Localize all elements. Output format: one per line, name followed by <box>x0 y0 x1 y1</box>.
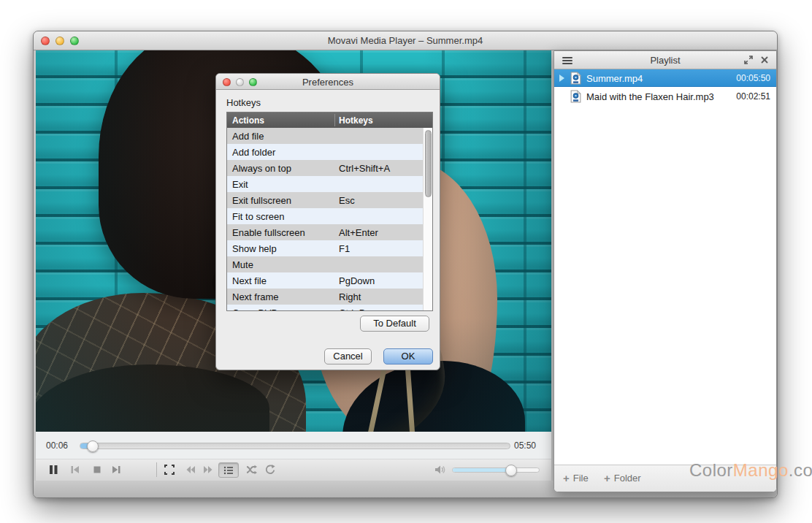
now-playing-icon <box>559 75 564 82</box>
rewind-button[interactable] <box>184 463 197 476</box>
add-folder-label: Folder <box>614 473 641 484</box>
playlist-item-duration: 00:05:50 <box>736 73 770 83</box>
table-scrollbar[interactable] <box>423 128 432 310</box>
total-duration: 05:50 <box>514 440 536 451</box>
hotkeys-table-body: Add file Add folder Always on topCtrl+Sh… <box>227 128 423 310</box>
hotkeys-section-label: Hotkeys <box>226 97 261 108</box>
preferences-dialog: Preferences Hotkeys Actions Hotkeys Add … <box>215 73 440 370</box>
volume-slider[interactable] <box>452 467 540 473</box>
table-row[interactable]: Next filePgDown <box>227 272 423 289</box>
rewind-icon <box>185 464 196 476</box>
table-row[interactable]: Open DVDCtrl+D <box>227 305 423 310</box>
watermark-part: Mango <box>733 460 789 480</box>
playlist-icon <box>223 465 234 476</box>
previous-file-button[interactable] <box>69 463 82 476</box>
watermark-part: .com <box>789 460 812 480</box>
fit-to-screen-button[interactable] <box>163 463 176 476</box>
playlist-item[interactable]: Maid with the Flaxen Hair.mp3 00:02:51 <box>554 88 776 105</box>
table-row[interactable]: Add folder <box>227 144 423 160</box>
seek-thumb[interactable] <box>87 440 99 452</box>
desktop: Movavi Media Player – Summer.mp4 00:06 <box>0 0 812 523</box>
playlist-panel: Playlist Summer.mp4 00:05 <box>554 50 777 492</box>
playlist-item-duration: 00:02:51 <box>736 91 770 102</box>
hotkeys-table-header[interactable]: Actions Hotkeys <box>227 112 432 128</box>
shuffle-button[interactable] <box>245 463 258 476</box>
column-divider <box>334 114 335 126</box>
previous-icon <box>69 464 81 476</box>
add-file-label: File <box>573 473 589 484</box>
fit-to-screen-icon <box>164 464 175 476</box>
volume-thumb[interactable] <box>505 465 517 476</box>
next-icon <box>110 464 122 476</box>
repeat-button[interactable] <box>263 463 276 476</box>
next-file-button[interactable] <box>110 463 123 476</box>
table-row[interactable]: Exit fullscreenEsc <box>227 192 423 208</box>
pause-icon <box>47 464 59 476</box>
titlebar[interactable]: Movavi Media Player – Summer.mp4 <box>34 31 777 50</box>
add-folder-button[interactable]: + Folder <box>604 473 641 484</box>
seek-row: 00:06 05:50 <box>36 432 551 459</box>
media-file-icon <box>570 90 581 103</box>
table-row[interactable]: Add file <box>227 128 423 144</box>
table-row[interactable]: Mute <box>227 256 423 272</box>
table-row[interactable]: Enable fullscreenAlt+Enter <box>227 224 423 240</box>
media-file-icon <box>570 72 581 85</box>
table-row[interactable]: Always on topCtrl+Shift+A <box>227 160 423 176</box>
elapsed-time: 00:06 <box>46 440 68 451</box>
plus-icon: + <box>563 473 570 483</box>
transport-bar <box>36 459 551 481</box>
colormango-watermark: ColorMango.com <box>689 460 812 481</box>
detach-icon <box>743 56 754 68</box>
volume-fill <box>453 468 510 472</box>
playlist-item[interactable]: Summer.mp4 00:05:50 <box>554 69 776 87</box>
repeat-icon <box>264 464 276 476</box>
shuffle-icon <box>245 464 258 476</box>
playlist-item-title: Maid with the Flaxen Hair.mp3 <box>586 91 725 102</box>
cancel-button[interactable]: Cancel <box>324 348 372 364</box>
pause-button[interactable] <box>47 463 60 476</box>
playlist-close-button[interactable] <box>759 54 770 66</box>
ok-button[interactable]: OK <box>383 348 433 364</box>
mute-button[interactable] <box>433 463 446 476</box>
plus-icon: + <box>604 473 610 483</box>
hotkeys-column-header[interactable]: Hotkeys <box>339 115 373 126</box>
playlist-detach-button[interactable] <box>743 54 754 66</box>
watermark-part: Color <box>689 460 733 480</box>
transport-separator <box>156 462 157 477</box>
to-default-button[interactable]: To Default <box>360 316 429 332</box>
playlist-toggle-button[interactable] <box>218 462 239 478</box>
preferences-titlebar[interactable]: Preferences <box>216 74 440 90</box>
seek-slider[interactable] <box>80 443 510 449</box>
stop-button[interactable] <box>91 463 104 476</box>
playlist-item-title: Summer.mp4 <box>586 73 725 84</box>
fast-forward-icon <box>202 464 214 476</box>
actions-column-header[interactable]: Actions <box>232 115 264 126</box>
table-row[interactable]: Next frameRight <box>227 289 423 305</box>
stop-icon <box>91 464 103 476</box>
playlist-header: Playlist <box>554 51 776 69</box>
dialog-title: Preferences <box>216 77 440 88</box>
scrollbar-thumb[interactable] <box>425 130 432 197</box>
window-title: Movavi Media Player – Summer.mp4 <box>34 35 777 46</box>
table-row[interactable]: Show helpF1 <box>227 240 423 256</box>
volume-icon <box>434 464 446 476</box>
add-file-button[interactable]: + File <box>563 473 589 484</box>
close-icon <box>759 56 770 68</box>
fast-forward-button[interactable] <box>202 463 215 476</box>
table-row[interactable]: Exit <box>227 176 423 192</box>
table-row[interactable]: Fit to screen <box>227 208 423 224</box>
hotkeys-table: Actions Hotkeys Add file Add folder Alwa… <box>226 112 433 311</box>
